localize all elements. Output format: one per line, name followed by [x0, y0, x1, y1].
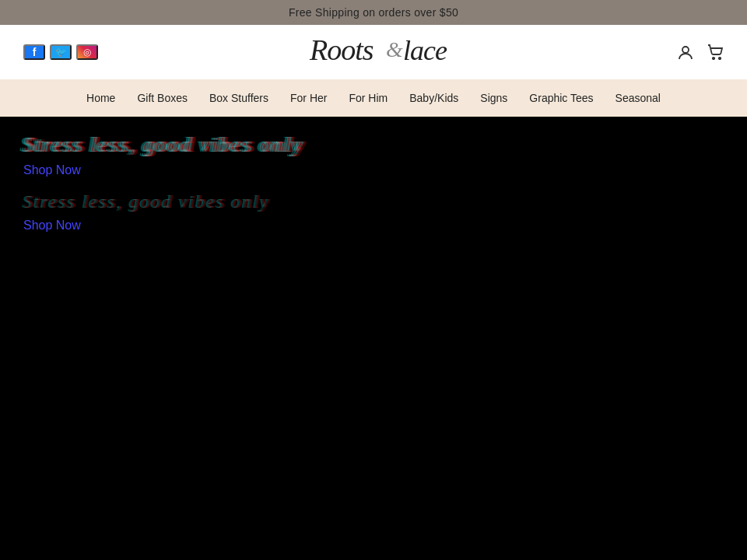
main-navigation: Home Gift Boxes Box Stuffers For Her For… [0, 79, 747, 117]
nav-item-for-him[interactable]: For Him [349, 92, 388, 104]
nav-item-for-her[interactable]: For Her [290, 92, 327, 104]
nav-item-box-stuffers[interactable]: Box Stuffers [209, 92, 268, 104]
header: f 🐦 ◎ Roots & lace [0, 25, 747, 79]
hero-heading-2: Stress less, good vibes only [23, 191, 724, 212]
shop-now-link-1[interactable]: Shop Now [23, 163, 724, 177]
header-actions [677, 44, 724, 61]
svg-point-3 [682, 47, 689, 53]
hero-heading-1: Stress less, good vibes only [23, 132, 724, 157]
social-icons: f 🐦 ◎ [23, 44, 98, 60]
svg-point-5 [719, 58, 721, 59]
banner-text: Free Shipping on orders over $50 [289, 6, 458, 19]
logo-svg: Roots & lace [302, 27, 473, 70]
nav-item-seasonal[interactable]: Seasonal [615, 92, 661, 104]
nav-item-signs[interactable]: Signs [480, 92, 507, 104]
svg-text:&: & [386, 37, 403, 61]
account-button[interactable] [677, 44, 694, 61]
twitter-icon[interactable]: 🐦 [50, 44, 72, 60]
nav-item-gift-boxes[interactable]: Gift Boxes [137, 92, 188, 104]
shop-now-link-2[interactable]: Shop Now [23, 219, 724, 233]
nav-item-home[interactable]: Home [86, 92, 115, 104]
nav-item-graphic-tees[interactable]: Graphic Tees [529, 92, 593, 104]
site-logo[interactable]: Roots & lace [98, 27, 677, 77]
svg-text:Roots: Roots [309, 33, 374, 66]
facebook-icon[interactable]: f [23, 44, 45, 60]
top-banner: Free Shipping on orders over $50 [0, 0, 747, 25]
main-content: Stress less, good vibes only Shop Now St… [0, 117, 747, 529]
svg-point-4 [713, 58, 714, 59]
cart-button[interactable] [707, 44, 724, 61]
nav-item-baby-kids[interactable]: Baby/Kids [409, 92, 458, 104]
instagram-icon[interactable]: ◎ [76, 44, 98, 60]
svg-text:lace: lace [403, 35, 447, 66]
